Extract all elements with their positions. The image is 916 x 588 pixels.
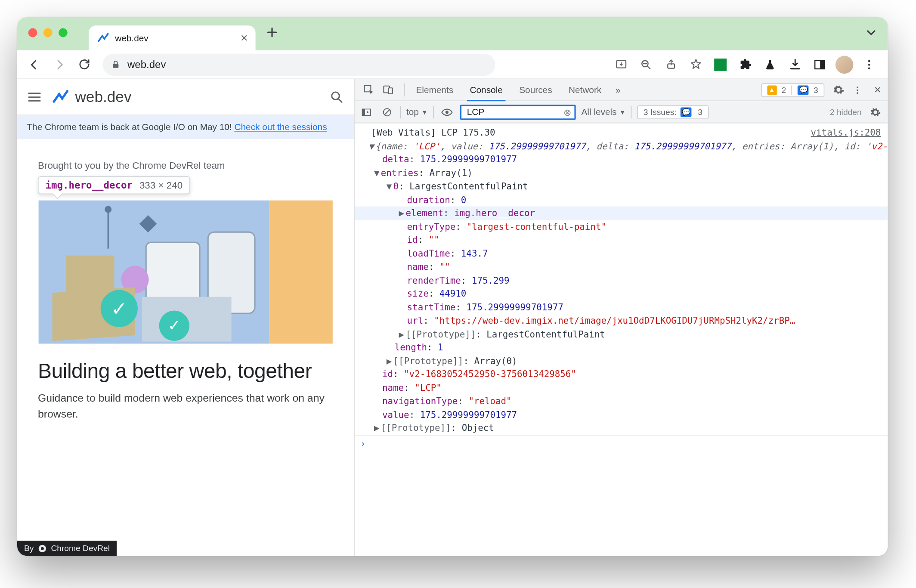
devtools-panel: Elements Console Sources Network » ▲2 💬3… [355,79,888,556]
back-button[interactable] [24,54,45,75]
source-link[interactable]: vitals.js:208 [811,126,881,139]
clear-console-icon[interactable] [380,101,395,123]
prop-proto2: ▶[[Prototype]]: Object [355,421,888,435]
svg-rect-0 [113,64,118,68]
console-output[interactable]: [Web Vitals] LCP 175.30 vitals.js:208 ▼{… [355,123,888,556]
svg-rect-19 [362,109,365,115]
zoom-out-icon[interactable] [637,56,655,74]
url-text: web.dev [127,59,166,70]
warning-icon: ▲ [767,85,777,95]
prop-entryType: entryType: "largest-contentful-paint" [355,220,888,233]
console-toolbar: top ▼ LCP ⊗ All levels▼ 3 Issues: 💬 3 [355,101,888,123]
more-tabs-icon[interactable]: » [610,79,626,101]
download-icon[interactable] [786,56,804,74]
prop-proto0: ▶[[Prototype]]: LargestContentfulPaint [355,328,888,341]
prop-duration: duration: 0 [355,193,888,207]
tab-elements[interactable]: Elements [408,79,461,101]
maximize-window-icon[interactable] [59,28,68,37]
svg-point-15 [857,86,858,88]
install-icon[interactable] [612,56,630,74]
svg-point-6 [868,60,870,62]
prop-oname: name: "LCP" [355,381,888,395]
prop-element: ▶element: img.hero__decor [355,207,888,220]
context-selector[interactable]: top ▼ [406,107,428,117]
svg-point-11 [41,547,44,550]
msg-count: 3 [814,85,818,95]
devtools-kebab-icon[interactable] [848,79,867,101]
new-tab-button[interactable] [263,23,282,42]
issues-label: 3 Issues: [644,107,677,117]
tab-close-icon[interactable]: ✕ [240,32,248,43]
reload-button[interactable] [74,54,94,75]
disclosure-icon[interactable]: ▼ [385,180,393,193]
extension-square-icon[interactable] [712,56,730,74]
forward-button[interactable] [49,54,70,75]
disclosure-icon[interactable]: ▼ [367,139,375,153]
minimize-window-icon[interactable] [43,28,53,37]
banner-text: The Chrome team is back at Google I/O on… [27,122,234,132]
svg-point-16 [857,89,858,91]
prop-renderTime: renderTime: 175.299 [355,274,888,287]
panel-icon[interactable] [811,56,829,74]
avatar[interactable] [836,56,854,74]
window-controls [28,28,68,37]
svg-point-7 [868,63,870,65]
search-icon[interactable] [329,89,344,104]
issues-icon: 💬 [681,107,692,117]
banner-link[interactable]: Check out the sessions [235,122,327,132]
share-icon[interactable] [662,56,680,74]
disclosure-icon[interactable]: ▶ [397,207,405,220]
devtools-tabs: Elements Console Sources Network » ▲2 💬3… [355,79,888,101]
devrel-badge: By Chrome DevRel [17,541,117,556]
tab-sources[interactable]: Sources [511,79,560,101]
status-pills[interactable]: ▲2 💬3 [761,83,824,97]
prop-value: value: 175.29999999701977 [355,408,888,421]
disclosure-icon[interactable]: ▶ [373,421,381,435]
disclosure-icon[interactable]: ▼ [373,166,381,179]
gear-icon[interactable] [829,79,848,101]
address-bar[interactable]: web.dev [102,53,495,75]
devtools-close-icon[interactable]: ✕ [867,79,888,101]
kebab-icon[interactable] [860,56,878,74]
disclosure-icon[interactable]: ▶ [385,354,393,368]
puzzle-icon[interactable] [736,56,754,74]
log-header: [Web Vitals] LCP 175.30 vitals.js:208 [355,126,888,139]
site-header: web.dev [17,79,354,115]
prop-name: name: "" [355,260,888,274]
prop-entries: ▼entries: Array(1) [355,166,888,179]
close-window-icon[interactable] [28,28,37,37]
svg-point-8 [868,67,870,69]
console-prompt[interactable]: › [355,435,888,452]
prop-proto1: ▶[[Prototype]]: Array(0) [355,354,888,368]
warn-count: 2 [781,85,786,95]
console-settings-icon[interactable] [867,101,883,123]
browser-tab[interactable]: web.dev ✕ [89,25,255,50]
page-subheading: Guidance to build modern web experiences… [38,390,333,422]
filter-input[interactable]: LCP ⊗ [460,104,576,119]
svg-point-17 [857,92,858,93]
chrome-icon [38,544,47,553]
tabs-dropdown-icon[interactable] [866,27,877,38]
brought-by-text: Brought to you by the Chrome DevRel team [38,160,333,171]
logo-icon [52,88,70,106]
sidebar-toggle-icon[interactable] [359,101,374,123]
levels-selector[interactable]: All levels▼ [581,107,625,117]
element-tooltip: img.hero__decor 333 × 240 [38,176,190,195]
tab-console[interactable]: Console [461,79,511,101]
prop-url: url: "https://web-dev.imgix.net/image/jx… [355,314,888,328]
inspect-icon[interactable] [359,79,378,101]
hamburger-icon[interactable] [27,89,42,104]
svg-rect-5 [820,60,824,68]
disclosure-icon[interactable]: ▶ [397,328,405,341]
tab-network[interactable]: Network [560,79,610,101]
flask-icon[interactable] [761,56,779,74]
filter-value: LCP [467,107,484,117]
live-expression-icon[interactable] [439,101,455,123]
favicon-icon [97,32,110,44]
announcement-banner: The Chrome team is back at Google I/O on… [17,115,354,139]
device-icon[interactable] [378,79,397,101]
clear-filter-icon[interactable]: ⊗ [563,106,572,118]
site-logo[interactable]: web.dev [52,88,132,106]
star-icon[interactable] [687,56,705,74]
issues-button[interactable]: 3 Issues: 💬 3 [637,105,709,119]
